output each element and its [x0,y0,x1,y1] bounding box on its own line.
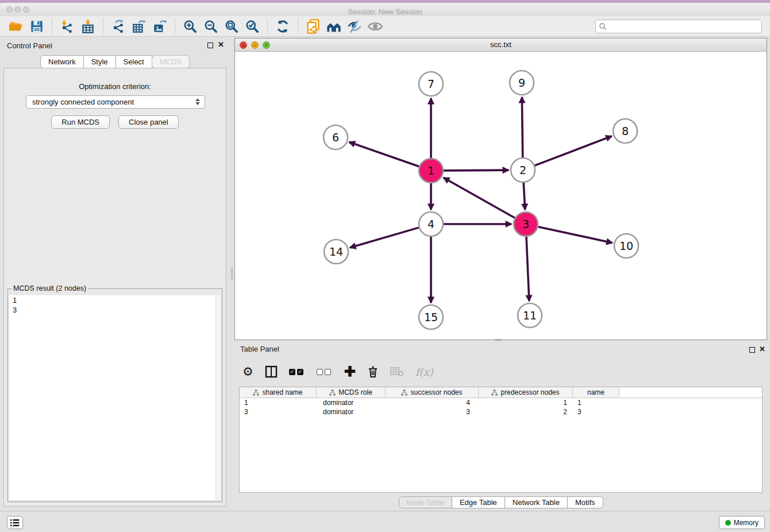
graph-node-2[interactable]: 2 [511,158,535,182]
criterion-select[interactable]: strongly connected component [26,95,205,109]
edge-3-1[interactable] [444,178,515,218]
toolbar-separator [267,19,268,34]
edge-3-11[interactable] [526,237,529,301]
network-graph: 1234678910111415 [235,52,767,340]
network-window-title: scc.txt [235,38,767,51]
column-header-mcds-role[interactable]: MCDS role [317,387,386,398]
tab-style[interactable]: Style [83,55,116,68]
column-header-successor-nodes[interactable]: successor nodes [386,387,479,398]
edge-2-8[interactable] [535,136,612,165]
svg-text:11: 11 [523,309,537,322]
close-panel-icon[interactable]: ✕ [218,40,224,49]
memory-button[interactable]: Memory [719,516,765,529]
svg-text:3: 3 [522,218,529,230]
delete-column-icon[interactable] [367,365,379,378]
criterion-value: strongly connected component [32,98,134,106]
refresh-icon[interactable] [274,18,291,35]
export-image-icon[interactable] [151,18,168,35]
table-row[interactable]: 1 dominator 4 1 1 [240,398,762,407]
zoom-out-icon[interactable] [202,18,220,35]
cell-mcds-role: dominator [317,408,386,416]
deselect-all-icon[interactable] [317,369,333,375]
show-graphics-details-icon[interactable] [367,18,384,35]
close-table-panel-icon[interactable]: ✕ [759,345,765,353]
edge-2-9[interactable] [522,97,522,157]
tab-mcds[interactable]: MCDS [152,55,190,68]
tab-edge-table[interactable]: Edge Table [452,496,505,508]
graph-node-4[interactable]: 4 [419,212,443,236]
select-stepper-icon [195,98,200,105]
tab-network[interactable]: Network [40,55,84,68]
save-session-icon[interactable] [28,18,45,35]
tree-icon [491,390,498,396]
edge-3-10[interactable] [538,227,612,243]
hide-graphics-details-icon[interactable] [346,18,363,35]
graph-node-7[interactable]: 7 [419,72,443,96]
search-input[interactable] [595,20,762,33]
graph-node-15[interactable]: 15 [419,305,443,329]
run-mcds-button[interactable]: Run MCDS [51,115,110,129]
graph-node-1[interactable]: 1 [419,159,443,183]
tab-node-table[interactable]: Node Table [398,496,452,508]
function-builder-icon-disabled: f(x) [415,366,433,378]
show-columns-icon[interactable] [265,365,278,378]
graph-node-14[interactable]: 14 [324,240,348,264]
main-toolbar [0,16,770,37]
edge-2-3[interactable] [523,183,525,210]
table-settings-gear-icon[interactable]: ⚙ [242,366,253,378]
panel-splitter[interactable] [230,37,234,511]
float-table-panel-icon[interactable] [749,347,755,353]
mcds-panel: Optimization criterion: strongly connect… [3,68,226,507]
tree-icon [401,390,407,396]
task-history-button[interactable] [7,516,23,529]
tab-network-table[interactable]: Network Table [505,496,568,508]
graph-node-3[interactable]: 3 [514,212,538,236]
svg-text:2: 2 [519,164,526,176]
app-titlebar: Session: New Session [0,3,770,16]
graph-node-9[interactable]: 9 [510,71,534,95]
graph-node-11[interactable]: 11 [518,303,542,327]
graph-node-6[interactable]: 6 [324,125,348,149]
toolbar-separator [298,19,298,34]
open-session-icon[interactable] [7,18,25,35]
export-network-icon[interactable] [110,18,127,35]
tab-motifs[interactable]: Motifs [567,496,603,508]
graph-node-8[interactable]: 8 [613,119,637,143]
add-column-icon[interactable]: ✚ [344,365,356,379]
column-header-predecessor-nodes[interactable]: predecessor nodes [479,387,573,398]
graph-node-10[interactable]: 10 [614,234,638,258]
network-resize-grip[interactable] [495,339,502,341]
cell-shared-name: 1 [240,399,317,407]
memory-status-dot [725,520,731,526]
svg-text:1: 1 [428,164,434,177]
clone-network-icon[interactable] [305,18,322,35]
export-table-icon[interactable] [130,18,148,35]
cell-successor-nodes: 3 [386,408,479,416]
node-table: shared name MCDS role successor nodes pr… [239,387,763,493]
network-canvas[interactable]: 1234678910111415 [235,52,767,340]
close-panel-button[interactable]: Close panel [118,115,179,129]
select-all-icon[interactable]: ✓✓ [289,369,305,375]
float-panel-icon[interactable] [207,43,213,48]
tab-select[interactable]: Select [116,55,152,68]
edge-1-6[interactable] [349,142,419,166]
zoom-fit-icon[interactable] [223,18,240,35]
zoom-selected-icon[interactable] [244,18,261,35]
column-header-shared-name[interactable]: shared name [240,387,317,398]
import-network-icon[interactable] [59,18,76,35]
import-table-icon[interactable] [79,18,97,35]
zoom-in-icon[interactable] [182,18,199,35]
result-scrollbar[interactable] [215,295,221,500]
mcds-result-textarea[interactable]: 1 3 [9,295,221,500]
search-icon [599,22,607,33]
node-table-header: shared name MCDS role successor nodes pr… [240,387,762,398]
cell-shared-name: 3 [240,408,317,416]
table-row[interactable]: 3 dominator 3 2 3 [240,407,762,417]
delete-table-icon-disabled [390,367,404,377]
svg-text:7: 7 [428,78,434,90]
column-header-name[interactable]: name [573,387,619,398]
header-filler [619,387,762,398]
edge-1-2[interactable] [444,170,509,171]
nested-networks-icon[interactable] [325,18,342,35]
edge-4-14[interactable] [350,228,419,248]
